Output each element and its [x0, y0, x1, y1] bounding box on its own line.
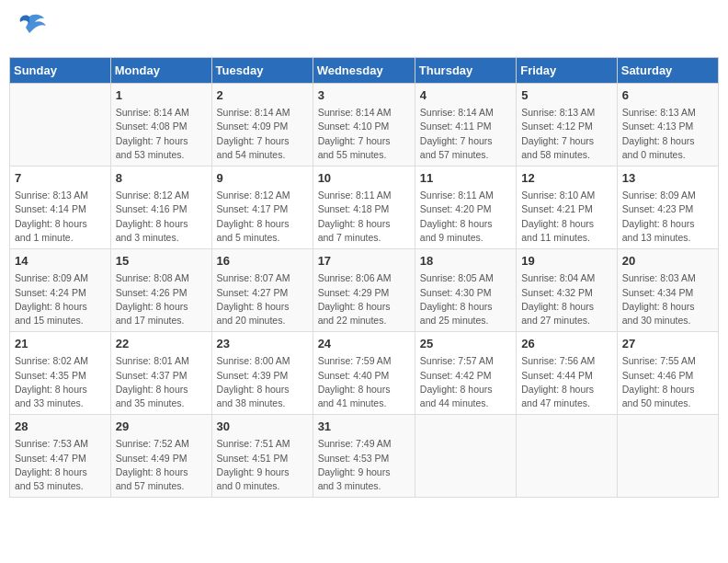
day-header-thursday: Thursday [415, 58, 516, 84]
day-number: 9 [217, 170, 308, 187]
day-header-tuesday: Tuesday [211, 58, 313, 84]
day-info: Sunrise: 8:01 AMSunset: 4:37 PMDaylight:… [116, 354, 207, 410]
day-info: Sunrise: 8:07 AMSunset: 4:27 PMDaylight:… [217, 271, 308, 327]
calendar-cell: 22Sunrise: 8:01 AMSunset: 4:37 PMDayligh… [110, 332, 211, 415]
day-number: 8 [116, 170, 207, 187]
day-number: 23 [217, 336, 308, 352]
calendar-cell: 23Sunrise: 8:00 AMSunset: 4:39 PMDayligh… [211, 332, 313, 415]
week-row-2: 7Sunrise: 8:13 AMSunset: 4:14 PMDaylight… [10, 167, 719, 249]
day-number: 11 [420, 170, 511, 187]
day-info: Sunrise: 7:57 AMSunset: 4:42 PMDaylight:… [420, 354, 511, 410]
day-info: Sunrise: 8:14 AMSunset: 4:10 PMDaylight:… [318, 106, 410, 162]
day-number: 2 [217, 87, 308, 104]
week-row-1: 1Sunrise: 8:14 AMSunset: 4:08 PMDaylight… [10, 84, 719, 167]
day-number: 7 [15, 170, 106, 187]
day-info: Sunrise: 8:14 AMSunset: 4:11 PMDaylight:… [420, 106, 511, 162]
calendar-cell: 1Sunrise: 8:14 AMSunset: 4:08 PMDaylight… [110, 84, 211, 167]
week-row-3: 14Sunrise: 8:09 AMSunset: 4:24 PMDayligh… [10, 249, 719, 332]
day-number: 25 [420, 336, 511, 352]
day-number: 1 [116, 87, 207, 104]
day-number: 13 [622, 170, 713, 187]
logo [9, 9, 51, 50]
day-number: 12 [521, 170, 612, 187]
day-info: Sunrise: 8:04 AMSunset: 4:32 PMDaylight:… [521, 271, 612, 327]
calendar-cell: 24Sunrise: 7:59 AMSunset: 4:40 PMDayligh… [313, 332, 415, 415]
calendar-cell: 6Sunrise: 8:13 AMSunset: 4:13 PMDaylight… [617, 84, 718, 167]
day-number: 19 [521, 253, 612, 270]
day-number: 31 [318, 419, 410, 435]
day-number: 4 [420, 87, 511, 104]
day-info: Sunrise: 8:02 AMSunset: 4:35 PMDaylight:… [15, 354, 106, 410]
day-header-saturday: Saturday [617, 58, 718, 84]
calendar-cell: 30Sunrise: 7:51 AMSunset: 4:51 PMDayligh… [211, 415, 313, 498]
day-info: Sunrise: 8:13 AMSunset: 4:14 PMDaylight:… [15, 189, 106, 245]
day-info: Sunrise: 8:05 AMSunset: 4:30 PMDaylight:… [420, 271, 511, 327]
calendar-cell [517, 415, 618, 498]
calendar-cell: 18Sunrise: 8:05 AMSunset: 4:30 PMDayligh… [415, 249, 516, 332]
day-info: Sunrise: 7:49 AMSunset: 4:53 PMDaylight:… [318, 437, 410, 493]
day-number: 27 [622, 336, 713, 352]
day-number: 16 [217, 253, 308, 270]
calendar-cell: 7Sunrise: 8:13 AMSunset: 4:14 PMDaylight… [10, 167, 111, 249]
calendar-table: SundayMondayTuesdayWednesdayThursdayFrid… [9, 57, 719, 498]
day-info: Sunrise: 8:11 AMSunset: 4:20 PMDaylight:… [420, 189, 511, 245]
day-header-monday: Monday [110, 58, 211, 84]
day-info: Sunrise: 7:51 AMSunset: 4:51 PMDaylight:… [217, 437, 308, 493]
day-number: 14 [15, 253, 106, 270]
day-number: 26 [521, 336, 612, 352]
calendar-cell: 12Sunrise: 8:10 AMSunset: 4:21 PMDayligh… [517, 167, 618, 249]
day-header-friday: Friday [517, 58, 618, 84]
day-number: 24 [318, 336, 410, 352]
day-info: Sunrise: 8:13 AMSunset: 4:12 PMDaylight:… [521, 106, 612, 162]
day-info: Sunrise: 8:12 AMSunset: 4:17 PMDaylight:… [217, 189, 308, 245]
calendar-cell: 5Sunrise: 8:13 AMSunset: 4:12 PMDaylight… [517, 84, 618, 167]
day-info: Sunrise: 8:14 AMSunset: 4:08 PMDaylight:… [116, 106, 207, 162]
day-info: Sunrise: 7:56 AMSunset: 4:44 PMDaylight:… [521, 354, 612, 410]
day-header-wednesday: Wednesday [313, 58, 415, 84]
calendar-cell: 21Sunrise: 8:02 AMSunset: 4:35 PMDayligh… [10, 332, 111, 415]
day-info: Sunrise: 8:13 AMSunset: 4:13 PMDaylight:… [622, 106, 713, 162]
day-info: Sunrise: 8:06 AMSunset: 4:29 PMDaylight:… [318, 271, 410, 327]
day-number: 18 [420, 253, 511, 270]
days-header-row: SundayMondayTuesdayWednesdayThursdayFrid… [10, 58, 719, 84]
calendar-cell: 4Sunrise: 8:14 AMSunset: 4:11 PMDaylight… [415, 84, 516, 167]
day-number: 29 [116, 419, 207, 435]
calendar-cell: 26Sunrise: 7:56 AMSunset: 4:44 PMDayligh… [517, 332, 618, 415]
day-info: Sunrise: 8:14 AMSunset: 4:09 PMDaylight:… [217, 106, 308, 162]
day-info: Sunrise: 8:09 AMSunset: 4:23 PMDaylight:… [622, 189, 713, 245]
day-number: 20 [622, 253, 713, 270]
calendar-cell: 25Sunrise: 7:57 AMSunset: 4:42 PMDayligh… [415, 332, 516, 415]
day-info: Sunrise: 8:08 AMSunset: 4:26 PMDaylight:… [116, 271, 207, 327]
day-header-sunday: Sunday [10, 58, 111, 84]
day-number: 28 [15, 419, 106, 435]
page-header [9, 9, 719, 50]
week-row-4: 21Sunrise: 8:02 AMSunset: 4:35 PMDayligh… [10, 332, 719, 415]
calendar-cell: 20Sunrise: 8:03 AMSunset: 4:34 PMDayligh… [617, 249, 718, 332]
calendar-cell: 8Sunrise: 8:12 AMSunset: 4:16 PMDaylight… [110, 167, 211, 249]
day-info: Sunrise: 8:03 AMSunset: 4:34 PMDaylight:… [622, 271, 713, 327]
calendar-cell: 27Sunrise: 7:55 AMSunset: 4:46 PMDayligh… [617, 332, 718, 415]
day-number: 3 [318, 87, 410, 104]
calendar-cell: 15Sunrise: 8:08 AMSunset: 4:26 PMDayligh… [110, 249, 211, 332]
calendar-cell: 3Sunrise: 8:14 AMSunset: 4:10 PMDaylight… [313, 84, 415, 167]
day-info: Sunrise: 7:53 AMSunset: 4:47 PMDaylight:… [15, 437, 106, 493]
day-info: Sunrise: 8:09 AMSunset: 4:24 PMDaylight:… [15, 271, 106, 327]
day-info: Sunrise: 8:00 AMSunset: 4:39 PMDaylight:… [217, 354, 308, 410]
day-number: 15 [116, 253, 207, 270]
calendar-cell: 31Sunrise: 7:49 AMSunset: 4:53 PMDayligh… [313, 415, 415, 498]
day-number: 10 [318, 170, 410, 187]
day-number: 30 [217, 419, 308, 435]
day-number: 17 [318, 253, 410, 270]
day-info: Sunrise: 7:59 AMSunset: 4:40 PMDaylight:… [318, 354, 410, 410]
day-info: Sunrise: 8:11 AMSunset: 4:18 PMDaylight:… [318, 189, 410, 245]
day-info: Sunrise: 7:52 AMSunset: 4:49 PMDaylight:… [116, 437, 207, 493]
day-number: 5 [521, 87, 612, 104]
calendar-cell: 10Sunrise: 8:11 AMSunset: 4:18 PMDayligh… [313, 167, 415, 249]
calendar-cell: 13Sunrise: 8:09 AMSunset: 4:23 PMDayligh… [617, 167, 718, 249]
calendar-cell: 14Sunrise: 8:09 AMSunset: 4:24 PMDayligh… [10, 249, 111, 332]
week-row-5: 28Sunrise: 7:53 AMSunset: 4:47 PMDayligh… [10, 415, 719, 498]
calendar-cell: 11Sunrise: 8:11 AMSunset: 4:20 PMDayligh… [415, 167, 516, 249]
calendar-cell: 16Sunrise: 8:07 AMSunset: 4:27 PMDayligh… [211, 249, 313, 332]
calendar-cell: 29Sunrise: 7:52 AMSunset: 4:49 PMDayligh… [110, 415, 211, 498]
calendar-cell [10, 84, 111, 167]
